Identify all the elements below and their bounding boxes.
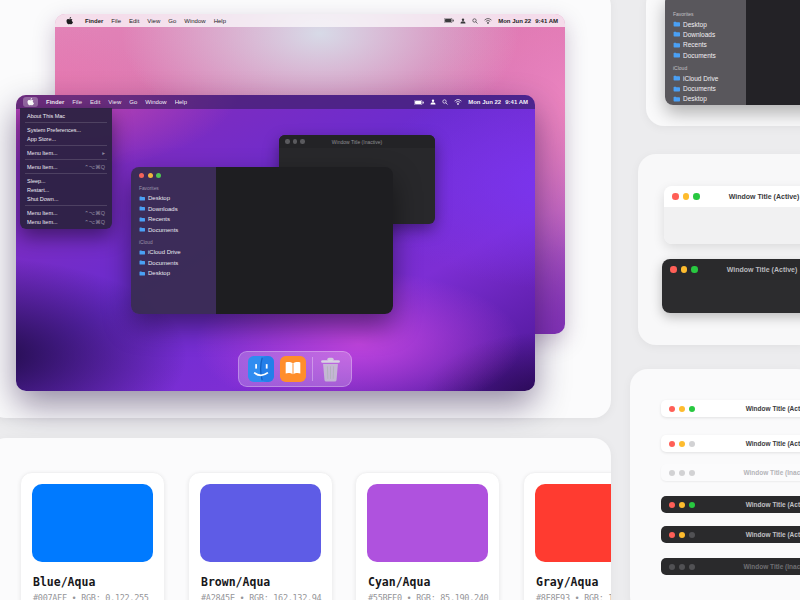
menubar-item-edit[interactable]: Edit — [90, 99, 100, 105]
minimize-button[interactable] — [679, 470, 685, 476]
menubar-app-name[interactable]: Finder — [46, 99, 64, 105]
search-icon[interactable] — [442, 99, 448, 105]
minimize-button[interactable] — [683, 193, 690, 200]
menu-item-app-store[interactable]: App Store... — [20, 134, 112, 143]
minimize-button[interactable] — [679, 502, 685, 508]
menubar-app-name[interactable]: Finder — [85, 18, 103, 24]
menubar-time[interactable]: 9:41 AM — [535, 18, 558, 24]
menubar-item-edit[interactable]: Edit — [129, 18, 139, 24]
close-button[interactable] — [669, 470, 675, 476]
menubar-item-help[interactable]: Help — [214, 18, 226, 24]
menubar-item-window[interactable]: Window — [145, 99, 166, 105]
titlebar-light-active[interactable]: Window Title (Active) — [661, 400, 800, 417]
menu-item-generic[interactable]: Menu Item...⌃⌥⌘Q — [20, 208, 112, 217]
sidebar-item-desktop[interactable]: Desktop — [673, 19, 746, 29]
sidebar-section-title: Favorites — [139, 186, 216, 191]
menu-item-generic[interactable]: Menu Item...▸ — [20, 148, 112, 157]
close-button[interactable] — [139, 173, 144, 178]
menubar-item-go[interactable]: Go — [129, 99, 137, 105]
dock — [238, 351, 352, 387]
sidebar-item-downloads[interactable]: Downloads — [139, 204, 216, 215]
books-dock-icon[interactable] — [280, 356, 306, 382]
trash-dock-icon[interactable] — [319, 357, 342, 382]
battery-icon[interactable] — [414, 100, 424, 105]
user-icon[interactable] — [460, 18, 466, 24]
window-dark-active[interactable]: Window Title (Active) — [662, 259, 800, 313]
user-icon[interactable] — [430, 99, 436, 105]
menubar-time[interactable]: 9:41 AM — [505, 99, 528, 105]
window-body — [662, 280, 800, 313]
close-button[interactable] — [672, 193, 679, 200]
sidebar-item-desktop[interactable]: Desktop — [673, 94, 746, 104]
titlebar-light-inactive[interactable]: Window Title (Inactive) — [661, 464, 800, 481]
close-button[interactable] — [669, 564, 675, 570]
sidebar-item-documents[interactable]: Documents — [673, 83, 746, 93]
minimize-button[interactable] — [679, 564, 685, 570]
menubar-item-go[interactable]: Go — [168, 18, 176, 24]
wifi-icon[interactable] — [484, 18, 492, 24]
zoom-button[interactable] — [689, 470, 695, 476]
minimize-button[interactable] — [679, 441, 685, 447]
menubar-item-view[interactable]: View — [147, 18, 160, 24]
titlebar-dark-active-nozoom[interactable]: Window Title (Active) — [661, 526, 800, 543]
menubar-item-file[interactable]: File — [111, 18, 121, 24]
minimize-button[interactable] — [679, 406, 685, 412]
close-button[interactable] — [669, 406, 675, 412]
menubar-item-window[interactable]: Window — [184, 18, 205, 24]
menu-item-sleep[interactable]: Sleep... — [20, 176, 112, 185]
zoom-button[interactable] — [689, 502, 695, 508]
search-icon[interactable] — [472, 18, 478, 24]
menu-item-generic[interactable]: Menu Item...⌃⌥⌘Q — [20, 162, 112, 171]
zoom-button[interactable] — [300, 139, 305, 144]
apple-dropdown-menu: About This Mac System Preferences... App… — [20, 108, 112, 229]
menu-item-shut-down[interactable]: Shut Down... — [20, 194, 112, 203]
menu-item-preferences[interactable]: System Preferences... — [20, 125, 112, 134]
apple-menu-button-open[interactable] — [23, 97, 38, 107]
color-value: #55BEF0 • RGB: 85,190,240 — [368, 593, 487, 600]
sidebar-item-recents[interactable]: Recents — [139, 214, 216, 225]
close-button[interactable] — [669, 441, 675, 447]
minimize-button[interactable] — [148, 173, 153, 178]
menubar-date[interactable]: Mon Jun 22 — [468, 99, 501, 105]
menubar-item-view[interactable]: View — [108, 99, 121, 105]
menubar-item-file[interactable]: File — [72, 99, 82, 105]
sidebar-item-documents[interactable]: Documents — [139, 258, 216, 269]
titlebar-light-active-nozoom[interactable]: Window Title (Active) — [661, 435, 800, 452]
menu-item-restart[interactable]: Restart... — [20, 185, 112, 194]
zoom-button[interactable] — [693, 193, 700, 200]
apple-menu-button[interactable] — [62, 16, 77, 26]
zoom-button[interactable] — [691, 266, 698, 273]
close-button[interactable] — [669, 532, 675, 538]
zoom-button[interactable] — [689, 564, 695, 570]
titlebar-dark-inactive[interactable]: Window Title (Inactive) — [661, 558, 800, 575]
battery-icon[interactable] — [444, 18, 454, 23]
sidebar-item-documents[interactable]: Documents — [673, 50, 746, 60]
dock-divider — [312, 357, 313, 381]
menubar-item-help[interactable]: Help — [175, 99, 187, 105]
sidebar-item-icloud-drive[interactable]: iCloud Drive — [673, 73, 746, 83]
menu-item-generic[interactable]: Menu Item...⌃⌥⌘Q — [20, 217, 112, 226]
close-button[interactable] — [670, 266, 677, 273]
sidebar-item-downloads[interactable]: Downloads — [673, 29, 746, 39]
finder-dock-icon[interactable] — [248, 356, 274, 382]
sidebar-item-documents[interactable]: Documents — [139, 225, 216, 236]
sidebar-item-desktop[interactable]: Desktop — [139, 268, 216, 279]
sidebar-item-desktop[interactable]: Desktop — [139, 193, 216, 204]
wifi-icon[interactable] — [454, 99, 462, 105]
zoom-button[interactable] — [156, 173, 161, 178]
minimize-button[interactable] — [679, 532, 685, 538]
menu-item-about[interactable]: About This Mac — [20, 111, 112, 120]
finder-window[interactable]: Favorites Desktop Downloads Recents Docu… — [665, 0, 800, 105]
finder-sidebar: Favorites Desktop Downloads Recents Docu… — [131, 167, 216, 314]
zoom-button[interactable] — [689, 406, 695, 412]
finder-window[interactable]: Favorites Desktop Downloads Recents Docu… — [131, 167, 393, 314]
minimize-button[interactable] — [293, 139, 298, 144]
close-button[interactable] — [669, 502, 675, 508]
minimize-button[interactable] — [681, 266, 688, 273]
close-button[interactable] — [285, 139, 290, 144]
titlebar-dark-active[interactable]: Window Title (Active) — [661, 496, 800, 513]
sidebar-item-recents[interactable]: Recents — [673, 40, 746, 50]
menubar-date[interactable]: Mon Jun 22 — [498, 18, 531, 24]
sidebar-item-icloud-drive[interactable]: iCloud Drive — [139, 247, 216, 258]
window-light-active[interactable]: Window Title (Active) — [664, 186, 800, 244]
